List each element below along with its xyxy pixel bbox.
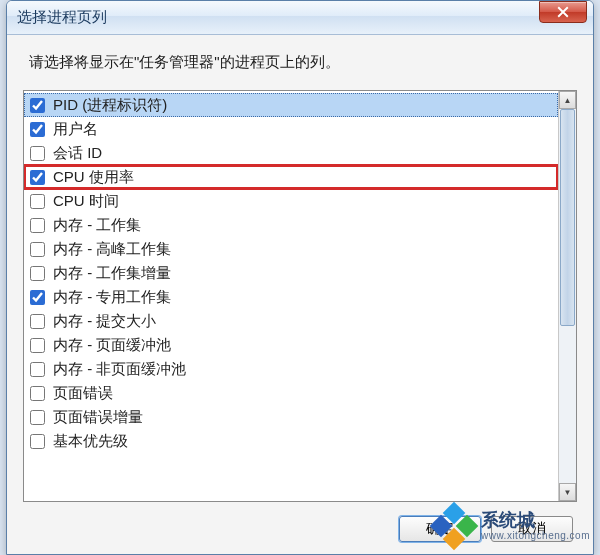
- column-checkbox[interactable]: [30, 386, 45, 401]
- column-checkbox[interactable]: [30, 218, 45, 233]
- list-item[interactable]: 页面错误: [24, 381, 558, 405]
- close-button[interactable]: [539, 1, 587, 23]
- list-item[interactable]: 会话 ID: [24, 141, 558, 165]
- list-item[interactable]: 内存 - 工作集: [24, 213, 558, 237]
- dialog-content: 请选择将显示在"任务管理器"的进程页上的列。 PID (进程标识符)用户名会话 …: [7, 35, 593, 554]
- scroll-thumb[interactable]: [560, 109, 575, 326]
- dialog-window: 选择进程页列 请选择将显示在"任务管理器"的进程页上的列。 PID (进程标识符…: [6, 0, 594, 555]
- column-checkbox[interactable]: [30, 314, 45, 329]
- list-item[interactable]: 内存 - 非页面缓冲池: [24, 357, 558, 381]
- column-checkbox[interactable]: [30, 122, 45, 137]
- columns-listbox: PID (进程标识符)用户名会话 IDCPU 使用率CPU 时间内存 - 工作集…: [23, 90, 577, 502]
- column-label: 内存 - 专用工作集: [53, 288, 171, 307]
- column-label: PID (进程标识符): [53, 96, 167, 115]
- column-checkbox[interactable]: [30, 194, 45, 209]
- list-item[interactable]: 用户名: [24, 117, 558, 141]
- scroll-track[interactable]: [559, 109, 576, 483]
- column-checkbox[interactable]: [30, 434, 45, 449]
- list-item[interactable]: 内存 - 高峰工作集: [24, 237, 558, 261]
- list-item[interactable]: 基本优先级: [24, 429, 558, 453]
- button-row: 确定 取消: [23, 516, 577, 542]
- list-item[interactable]: 内存 - 工作集增量: [24, 261, 558, 285]
- titlebar: 选择进程页列: [7, 1, 593, 35]
- list-item[interactable]: PID (进程标识符): [24, 93, 558, 117]
- column-label: 页面错误增量: [53, 408, 143, 427]
- cancel-button[interactable]: 取消: [491, 516, 573, 542]
- scroll-up-button[interactable]: ▲: [559, 91, 576, 109]
- instruction-text: 请选择将显示在"任务管理器"的进程页上的列。: [23, 53, 577, 72]
- column-label: 内存 - 工作集增量: [53, 264, 171, 283]
- column-checkbox[interactable]: [30, 170, 45, 185]
- list-item[interactable]: CPU 时间: [24, 189, 558, 213]
- column-label: 用户名: [53, 120, 98, 139]
- close-icon: [557, 6, 569, 18]
- scrollbar: ▲ ▼: [558, 91, 576, 501]
- window-title: 选择进程页列: [17, 8, 107, 27]
- column-checkbox[interactable]: [30, 410, 45, 425]
- column-checkbox[interactable]: [30, 266, 45, 281]
- column-checkbox[interactable]: [30, 338, 45, 353]
- list-item[interactable]: 内存 - 提交大小: [24, 309, 558, 333]
- column-label: 页面错误: [53, 384, 113, 403]
- column-label: 内存 - 工作集: [53, 216, 141, 235]
- column-label: 基本优先级: [53, 432, 128, 451]
- column-checkbox[interactable]: [30, 362, 45, 377]
- column-label: 内存 - 提交大小: [53, 312, 156, 331]
- scroll-down-button[interactable]: ▼: [559, 483, 576, 501]
- list-item[interactable]: 页面错误增量: [24, 405, 558, 429]
- column-label: 内存 - 非页面缓冲池: [53, 360, 186, 379]
- column-checkbox[interactable]: [30, 290, 45, 305]
- column-label: 内存 - 页面缓冲池: [53, 336, 171, 355]
- list-item[interactable]: 内存 - 专用工作集: [24, 285, 558, 309]
- list-item[interactable]: 内存 - 页面缓冲池: [24, 333, 558, 357]
- column-checkbox[interactable]: [30, 98, 45, 113]
- column-checkbox[interactable]: [30, 242, 45, 257]
- column-label: CPU 时间: [53, 192, 119, 211]
- column-label: CPU 使用率: [53, 168, 134, 187]
- ok-button[interactable]: 确定: [399, 516, 481, 542]
- column-checkbox[interactable]: [30, 146, 45, 161]
- columns-list: PID (进程标识符)用户名会话 IDCPU 使用率CPU 时间内存 - 工作集…: [24, 91, 558, 501]
- list-item[interactable]: CPU 使用率: [24, 165, 558, 189]
- column-label: 内存 - 高峰工作集: [53, 240, 171, 259]
- column-label: 会话 ID: [53, 144, 102, 163]
